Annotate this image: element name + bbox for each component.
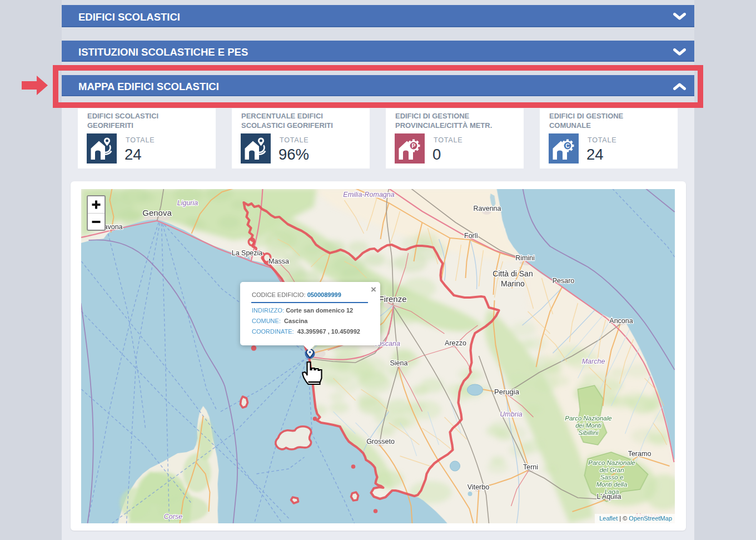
svg-text:del Gran: del Gran: [599, 467, 624, 473]
svg-text:Corse: Corse: [164, 513, 182, 521]
svg-text:Ravenna: Ravenna: [473, 205, 501, 212]
svg-text:Parco Nazionale: Parco Nazionale: [565, 415, 611, 422]
svg-text:Massa: Massa: [268, 257, 289, 265]
svg-text:Emilia-Romagna: Emilia-Romagna: [343, 191, 394, 199]
svg-text:Sibillini: Sibillini: [579, 429, 599, 436]
svg-text:avona: avona: [104, 223, 123, 231]
svg-text:Terni: Terni: [523, 463, 538, 471]
svg-text:Arezzo: Arezzo: [445, 339, 466, 347]
svg-text:Ancona: Ancona: [609, 317, 633, 325]
svg-text:Marino: Marino: [501, 279, 525, 288]
svg-text:Laga: Laga: [605, 488, 619, 495]
svg-text:Sasso e: Sasso e: [600, 474, 624, 480]
svg-text:Perugia: Perugia: [494, 388, 520, 396]
svg-text:Siena: Siena: [390, 359, 408, 367]
svg-text:Genova: Genova: [142, 208, 172, 217]
svg-text:Grosseto: Grosseto: [366, 438, 395, 445]
svg-text:Città di San: Città di San: [493, 269, 533, 278]
svg-text:Monti della: Monti della: [596, 481, 628, 488]
svg-text:Teramo: Teramo: [628, 450, 651, 458]
svg-text:Rimini: Rimini: [515, 254, 535, 262]
svg-text:Umbria: Umbria: [500, 410, 522, 418]
svg-text:Marche: Marche: [582, 358, 605, 365]
svg-text:C: C: [565, 142, 570, 149]
svg-text:dei Monti: dei Monti: [575, 422, 601, 429]
svg-text:Pesaro: Pesaro: [553, 277, 575, 285]
svg-text:Parco Nazionale: Parco Nazionale: [588, 459, 635, 466]
svg-text:La Spezia: La Spezia: [232, 249, 263, 257]
svg-text:Viterbo: Viterbo: [467, 483, 489, 491]
svg-text:Firenze: Firenze: [379, 294, 406, 304]
svg-text:Liguria: Liguria: [177, 199, 198, 207]
svg-text:P: P: [411, 142, 415, 149]
svg-text:Forlì: Forlì: [464, 232, 478, 240]
